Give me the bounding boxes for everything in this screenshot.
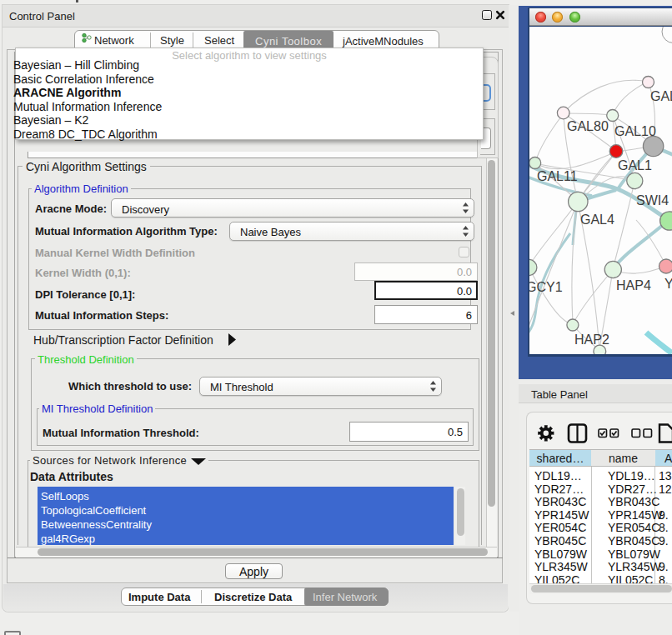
svg-text:GAL: GAL [650, 89, 672, 103]
svg-text:SWI4: SWI4 [636, 193, 669, 208]
svg-text:HAP4: HAP4 [616, 278, 651, 292]
svg-text:HAP2: HAP2 [574, 332, 609, 347]
svg-text:GAL4: GAL4 [580, 212, 614, 227]
svg-text:GAL11: GAL11 [537, 169, 578, 183]
svg-text:GAL1: GAL1 [618, 158, 652, 172]
svg-text:Y: Y [664, 277, 672, 291]
svg-text:GCY1: GCY1 [529, 280, 563, 294]
svg-text:GAL80: GAL80 [567, 119, 609, 133]
svg-text:GAL10: GAL10 [614, 124, 656, 138]
